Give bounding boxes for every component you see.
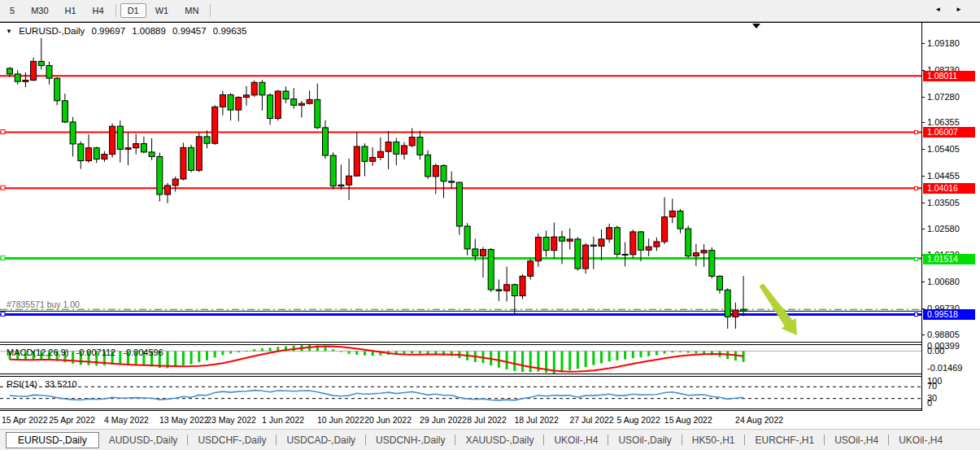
candle-body bbox=[165, 186, 171, 194]
candle-body bbox=[512, 285, 517, 296]
candle-body bbox=[590, 245, 596, 246]
macd-bar bbox=[529, 351, 532, 372]
timeframe-button-w1[interactable]: W1 bbox=[148, 3, 176, 18]
line-right-handle[interactable] bbox=[914, 130, 918, 134]
price-tick-mark bbox=[921, 97, 925, 98]
macd-bar bbox=[214, 351, 216, 357]
timeframe-button-h4[interactable]: H4 bbox=[85, 3, 111, 18]
date-axis-border-1 bbox=[0, 408, 980, 409]
timeframe-button-h1[interactable]: H1 bbox=[58, 3, 84, 18]
macd-bar bbox=[403, 351, 406, 353]
rsi-indicator-panel bbox=[0, 377, 921, 408]
line-right-handle[interactable] bbox=[914, 257, 918, 261]
macd-bar bbox=[600, 351, 603, 363]
price-tag-1.06007[interactable]: 1.06007 bbox=[923, 127, 975, 138]
date-label: 1 Jun 2022 bbox=[262, 415, 304, 425]
candle-body bbox=[31, 61, 37, 80]
timeframe-button-5[interactable]: 5 bbox=[2, 3, 22, 18]
candle-body bbox=[417, 138, 423, 155]
tab-scroll-right-icon[interactable]: ► bbox=[956, 6, 977, 13]
candle-body bbox=[86, 148, 92, 161]
chart-tab-usdcad-daily[interactable]: USDCAD-,Daily bbox=[277, 433, 365, 448]
candle-body bbox=[504, 285, 510, 291]
toolbar-separator bbox=[210, 4, 211, 17]
price-tick-label: 1.00680 bbox=[927, 277, 960, 286]
candle-body bbox=[181, 147, 186, 179]
candle-body bbox=[441, 165, 446, 181]
chart-shift-marker-icon bbox=[752, 24, 760, 28]
chart-dropdown-icon: ▼ bbox=[6, 28, 12, 35]
candle-body bbox=[456, 182, 462, 226]
price-tick-label: 1.03505 bbox=[927, 198, 960, 208]
tab-scroll-arrows[interactable]: ◄► bbox=[934, 5, 977, 13]
candle-body bbox=[385, 142, 391, 151]
chart-tab-usoil-daily[interactable]: USOil-,Daily bbox=[608, 433, 681, 448]
chart-tab-audusd-daily[interactable]: AUDUSD-,Daily bbox=[99, 433, 188, 448]
macd-bar bbox=[182, 351, 185, 365]
mt4-chart-window: { "toolbar": { "buttons": [ {"label":"5"… bbox=[0, 0, 980, 450]
candle-body bbox=[669, 211, 675, 216]
macd-axis-label: 0.00 bbox=[927, 346, 944, 356]
price-tag-1.01514[interactable]: 1.01514 bbox=[923, 254, 975, 264]
chart-tab-ukoil-h4[interactable]: UKOil-,H4 bbox=[889, 433, 952, 448]
price-tag-1.04016[interactable]: 1.04016 bbox=[923, 183, 975, 194]
date-label: 5 Aug 2022 bbox=[617, 415, 660, 425]
line-left-handle[interactable] bbox=[1, 256, 5, 260]
price-tick-mark bbox=[921, 176, 925, 177]
candle-body bbox=[622, 254, 628, 255]
candle-body bbox=[212, 107, 218, 143]
timeframe-button-d1[interactable]: D1 bbox=[120, 3, 146, 18]
chart-tab-ukoil-h4[interactable]: UKOil-,H4 bbox=[544, 433, 608, 448]
macd-bar bbox=[656, 351, 658, 355]
line-left-handle[interactable] bbox=[1, 129, 5, 133]
candle-body bbox=[583, 245, 589, 269]
timeframe-button-m30[interactable]: M30 bbox=[24, 3, 55, 18]
candle-body bbox=[473, 249, 478, 256]
line-right-handle[interactable] bbox=[914, 312, 918, 317]
chart-tab-hk50-h1[interactable]: HK50-,H1 bbox=[682, 433, 745, 448]
timeframe-button-mn[interactable]: MN bbox=[177, 3, 206, 18]
chart-tab-eurusd-daily[interactable]: EURUSD-,Daily bbox=[6, 432, 99, 448]
macd-bar bbox=[253, 349, 255, 351]
candle-body bbox=[7, 68, 13, 74]
macd-bar bbox=[498, 351, 500, 367]
chart-tab-xauusd-daily[interactable]: XAUUSD-,Daily bbox=[455, 433, 543, 448]
price-tick-label: 0.98805 bbox=[927, 330, 960, 339]
candle-body bbox=[575, 239, 581, 269]
candle-body bbox=[741, 309, 747, 311]
candle-body bbox=[125, 148, 131, 150]
candle-body bbox=[196, 137, 202, 170]
price-tag-1.08011[interactable]: 1.08011 bbox=[923, 71, 975, 81]
line-right-handle[interactable] bbox=[914, 186, 918, 190]
candle-body bbox=[157, 156, 163, 194]
price-tick-mark bbox=[921, 122, 925, 123]
chart-tab-usdcnh-daily[interactable]: USDCNH-,Daily bbox=[366, 433, 455, 448]
chart-title: ▼ EURUSD-,Daily 0.99697 1.00889 0.99457 … bbox=[6, 26, 250, 36]
rsi-name: RSI(14) bbox=[7, 379, 37, 389]
line-left-handle[interactable] bbox=[1, 186, 5, 190]
chart-tab-usdchf-daily[interactable]: USDCHF-,Daily bbox=[188, 433, 276, 448]
date-label: 4 May 2022 bbox=[104, 415, 149, 425]
rsi-separator-border-1 bbox=[0, 374, 980, 374]
price-tick-label: 1.07280 bbox=[927, 92, 960, 102]
candle-body bbox=[298, 103, 304, 105]
price-tick-mark bbox=[921, 334, 925, 335]
tab-scroll-left-icon[interactable]: ◄ bbox=[934, 6, 956, 13]
line-left-handle[interactable] bbox=[1, 312, 5, 316]
quote-open: 0.99697 bbox=[91, 26, 125, 36]
macd-bar bbox=[647, 351, 650, 356]
macd-bar bbox=[198, 351, 200, 361]
price-tag-0.99518[interactable]: 0.99518 bbox=[923, 309, 975, 320]
candle-body bbox=[251, 82, 257, 95]
macd-bar bbox=[664, 351, 666, 353]
price-tick-label: 1.05405 bbox=[927, 144, 960, 154]
candle-body bbox=[686, 229, 691, 256]
macd-signal-value: -0.004596 bbox=[123, 347, 163, 357]
candle-body bbox=[646, 247, 651, 250]
macd-bar bbox=[592, 351, 595, 365]
candle-body bbox=[259, 82, 265, 95]
chart-tab-usoil-h4[interactable]: USOil-,H4 bbox=[825, 433, 888, 448]
candle-body bbox=[701, 251, 707, 253]
chart-tab-eurchf-h1[interactable]: EURCHF-,H1 bbox=[745, 433, 824, 448]
macd-separator-border-1 bbox=[0, 342, 980, 343]
